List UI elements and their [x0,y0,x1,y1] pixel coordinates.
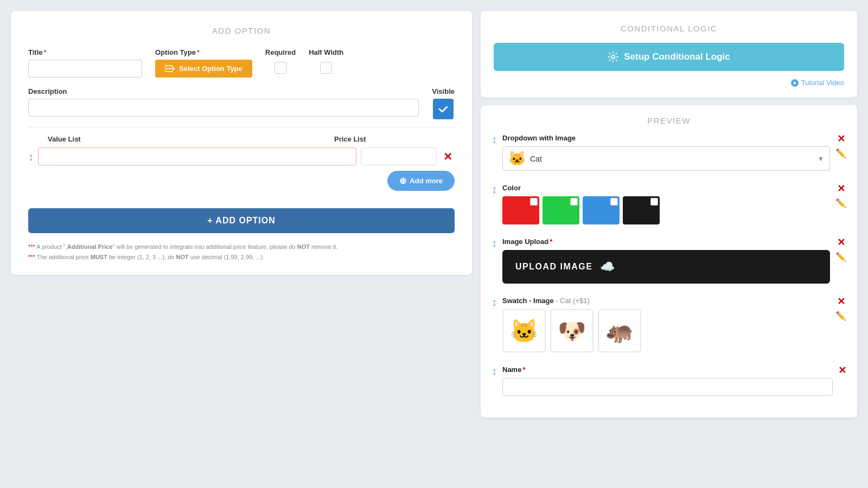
svg-rect-2 [168,68,171,69]
option-type-label: Option Type* [155,48,252,56]
select-option-type-button[interactable]: Select Option Type [155,60,252,78]
preview-content-color: Color [502,184,830,224]
preview-label-swatch: Swatch - Image - Cat (+$1) [502,297,830,305]
half-width-field-group: Half Width [309,48,343,74]
preview-item-color: ↕ Color [492,184,846,230]
add-option-button[interactable]: + ADD OPTION [28,208,455,233]
swatch-black[interactable] [623,196,660,224]
preview-sort-swatch[interactable]: ↕ [492,297,497,307]
edit-dropdown-button[interactable]: ✏️ [835,148,846,158]
remove-upload-button[interactable]: ✕ [837,237,845,247]
swatch-red[interactable] [502,196,539,224]
value-input[interactable] [38,147,356,165]
cat-emoji: 🐱 [508,150,526,167]
required-label: Required [265,48,296,56]
price-input[interactable] [361,147,437,165]
add-more-icon: ⊕ [399,176,406,186]
option-type-icon [165,65,175,73]
upload-image-button[interactable]: UPLOAD IMAGE ☁️ [502,250,830,284]
swatch-black-checkbox [650,198,658,206]
color-swatches [502,196,830,224]
half-width-label: Half Width [309,48,343,56]
swatch-cat-image[interactable]: 🐱 [502,309,546,352]
conditional-logic-title: CONDITIONAL LOGIC [494,24,844,33]
visible-label: Visible [432,87,455,95]
remove-dropdown-button[interactable]: ✕ [837,134,845,144]
play-icon [791,79,799,87]
add-option-title: ADD OPTION [28,26,455,35]
chevron-down-icon: ▼ [818,155,824,163]
description-row: Description Visible [28,87,455,119]
remove-row-button[interactable]: ✕ [441,151,455,162]
title-label: Title* [28,48,142,56]
add-option-panel: ADD OPTION Title* Option Type* Select Op… [11,11,472,275]
footer-notes: *** A product ".Additional Price" will b… [28,242,455,262]
preview-actions-dropdown: ✕ ✏️ [835,134,846,158]
gear-icon [608,52,618,62]
preview-item-name: ↕ Name* ✕ [492,365,846,401]
remove-swatch-button[interactable]: ✕ [837,297,845,306]
upload-image-text: UPLOAD IMAGE [515,262,592,272]
preview-item-swatch: ↕ Swatch - Image - Cat (+$1) 🐱 🐶 🦛 ✕ ✏️ [492,297,846,358]
setup-conditional-logic-button[interactable]: Setup Conditional Logic [494,43,844,71]
preview-sort-upload[interactable]: ↕ [492,237,497,248]
edit-upload-button[interactable]: ✏️ [835,252,846,262]
preview-actions-upload: ✕ ✏️ [835,237,846,262]
preview-sort-dropdown[interactable]: ↕ [492,134,497,145]
required-checkbox[interactable] [275,62,286,74]
swatch-dog-image[interactable]: 🐶 [550,309,593,352]
swatch-red-checkbox [530,198,538,206]
half-width-checkbox[interactable] [320,62,332,74]
conditional-logic-panel: CONDITIONAL LOGIC Setup Conditional Logi… [481,11,857,98]
remove-color-button[interactable]: ✕ [837,184,845,194]
visible-field-group: Visible [432,87,455,119]
note-line-2: *** The additional price MUST be integer… [28,252,455,262]
swatch-images: 🐱 🐶 🦛 [502,309,830,352]
preview-label-name: Name* [502,365,833,374]
dropdown-with-image[interactable]: 🐱 Cat ▼ [502,146,830,171]
swatch-hippo-image[interactable]: 🦛 [598,309,641,352]
preview-item-dropdown: ↕ Dropdown with Image 🐱 Cat ▼ ✕ ✏️ [492,134,846,176]
option-type-field-group: Option Type* Select Option Type [155,48,252,78]
required-field-group: Required [265,48,296,74]
preview-content-dropdown: Dropdown with Image 🐱 Cat ▼ [502,134,830,171]
description-label: Description [28,87,419,95]
checkmark-icon [437,103,449,115]
preview-content-swatch: Swatch - Image - Cat (+$1) 🐱 🐶 🦛 [502,297,830,352]
value-list-header: Value List [48,135,330,143]
dropdown-selected-text: Cat [530,155,813,163]
swatch-blue[interactable] [583,196,620,224]
preview-label-upload: Image Upload* [502,237,830,246]
preview-sort-color[interactable]: ↕ [492,184,497,195]
preview-sort-name[interactable]: ↕ [492,365,497,376]
preview-panel: PREVIEW ↕ Dropdown with Image 🐱 Cat ▼ ✕ [481,105,857,418]
note-line-1: *** A product ".Additional Price" will b… [28,242,455,252]
svg-point-3 [611,55,615,59]
description-input[interactable] [28,99,419,117]
swatch-green-checkbox [570,198,578,206]
cloud-icon: ☁️ [600,260,616,274]
preview-actions-name: ✕ [838,365,846,375]
svg-point-1 [166,68,168,69]
price-list-header: Price List [334,135,366,143]
edit-color-button[interactable]: ✏️ [835,198,846,208]
swatch-blue-checkbox [610,198,618,206]
visible-checkbox[interactable] [433,99,454,119]
add-more-button[interactable]: ⊕ Add more [387,171,455,191]
preview-label-color: Color [502,184,830,192]
description-field-group: Description [28,87,419,117]
right-panel: CONDITIONAL LOGIC Setup Conditional Logi… [481,11,857,418]
sort-handle[interactable]: ↕ [28,151,34,162]
tutorial-video-link[interactable]: Tutorial Video [494,79,844,87]
edit-swatch-button[interactable]: ✏️ [835,311,846,321]
value-price-headers: Value List Price List [28,135,455,143]
preview-item-image-upload: ↕ Image Upload* UPLOAD IMAGE ☁️ ✕ ✏️ [492,237,846,289]
remove-name-button[interactable]: ✕ [838,365,846,375]
preview-label-dropdown: Dropdown with Image [502,134,830,142]
swatch-green[interactable] [542,196,579,224]
title-input[interactable] [28,60,142,78]
preview-content-name: Name* [502,365,833,396]
preview-actions-color: ✕ ✏️ [835,184,846,208]
name-text-input[interactable] [502,378,833,396]
preview-content-upload: Image Upload* UPLOAD IMAGE ☁️ [502,237,830,284]
